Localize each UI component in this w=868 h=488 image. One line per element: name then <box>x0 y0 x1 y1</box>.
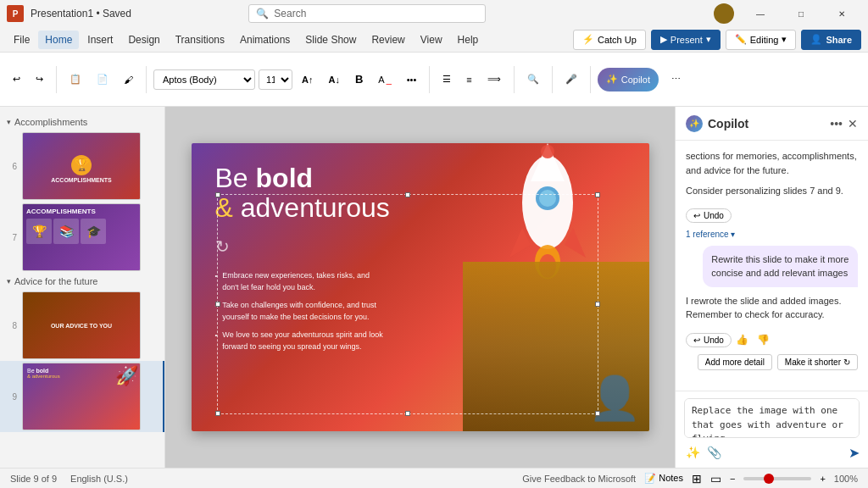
undo-group: ↩ ↪ <box>7 68 49 92</box>
slide-info: Slide 9 of 9 <box>10 474 57 484</box>
menu-file[interactable]: File <box>7 30 36 49</box>
copilot-ribbon-button[interactable]: ✨ Copilot <box>598 68 659 92</box>
slide-num-7: 7 <box>7 233 17 242</box>
menu-home[interactable]: Home <box>38 30 79 49</box>
menu-help[interactable]: Help <box>451 30 486 49</box>
numbered-list-button[interactable]: ≡ <box>460 68 477 92</box>
menu-animations[interactable]: Animations <box>233 30 297 49</box>
slide-thumb-8: OUR ADVICE TO YOU <box>22 291 141 359</box>
thumbsup-button[interactable]: 👍 <box>734 332 750 347</box>
menu-view[interactable]: View <box>414 30 449 49</box>
ribbon-overflow[interactable]: ⋯ <box>665 68 687 92</box>
copilot-header: ✨ Copilot ••• ✕ <box>676 107 868 141</box>
copilot-more-button[interactable]: ••• <box>830 117 843 130</box>
menu-transitions[interactable]: Transitions <box>169 30 231 49</box>
undo-button-1[interactable]: ↩ Undo <box>686 208 732 223</box>
slide-item-9[interactable]: 9 Be bold & adventurous 🚀 <box>0 361 164 432</box>
more-font-button[interactable]: ••• <box>401 68 423 92</box>
slide-item-7[interactable]: 7 ACCOMPLISHMENTS 🏆 📚 🎓 <box>0 202 164 273</box>
copilot-icon: ✨ <box>686 115 703 132</box>
find-group: 🔍 <box>521 68 545 92</box>
font-size[interactable]: 11 <box>259 69 292 90</box>
chevron-down-icon: ▾ <box>731 230 735 239</box>
section-chevron-advice-icon: ▾ <box>7 277 11 286</box>
magic-button[interactable]: ✨ <box>684 444 702 461</box>
clipboard-group: 📋 📄 🖌 <box>64 68 139 92</box>
user-message: Rewrite this slide to make it more conci… <box>703 246 858 287</box>
reference-link[interactable]: 1 reference ▾ <box>686 230 735 239</box>
close-button[interactable]: ✕ <box>822 0 861 27</box>
bullet-list-button[interactable]: ☰ <box>437 68 457 92</box>
menu-bar: File Home Insert Design Transitions Anim… <box>0 27 868 53</box>
copilot-msg-2: Consider personalizing slides 7 and 9. <box>686 184 858 198</box>
maximize-button[interactable]: □ <box>782 0 821 27</box>
attach-button[interactable]: 📎 <box>705 444 723 461</box>
catchup-icon: ⚡ <box>582 34 594 45</box>
increase-font-button[interactable]: A↑ <box>296 68 319 92</box>
copy-button[interactable]: 📄 <box>91 68 114 92</box>
canvas-area: 👤 Be bold & adventurous ↻ <box>165 107 675 468</box>
add-detail-button[interactable]: Add more detail <box>698 354 772 370</box>
slide-canvas[interactable]: 👤 Be bold & adventurous ↻ <box>192 143 649 431</box>
undo-button-2[interactable]: ↩ Undo <box>686 333 732 347</box>
grid-view-button[interactable]: ⊞ <box>692 472 702 485</box>
notes-button[interactable]: 📝 Notes <box>644 473 683 484</box>
menu-slideshow[interactable]: Slide Show <box>298 30 363 49</box>
copilot-close-button[interactable]: ✕ <box>848 117 858 130</box>
editing-chevron-icon: ▾ <box>782 34 787 45</box>
ribbon: ↩ ↪ 📋 📄 🖌 Aptos (Body) 11 A↑ A↓ B A_ •••… <box>0 53 868 107</box>
action-buttons: Add more detail Make it shorter ↻ <box>686 354 858 370</box>
format-painter[interactable]: 🖌 <box>118 68 139 92</box>
redo-button[interactable]: ↪ <box>30 68 49 92</box>
slides-panel: ▾ Accomplishments 6 🏆 ACCOMPLISHMENTS 7 … <box>0 107 165 468</box>
section-advice[interactable]: ▾ Advice for the future <box>0 273 164 290</box>
notes-icon: 📝 <box>644 473 656 483</box>
zoom-level: 100% <box>834 474 858 484</box>
slide-thumb-7: ACCOMPLISHMENTS 🏆 📚 🎓 <box>22 203 141 271</box>
section-accomplishments[interactable]: ▾ Accomplishments <box>0 114 164 130</box>
bold-button[interactable]: B <box>349 68 369 92</box>
menu-review[interactable]: Review <box>364 30 411 49</box>
copilot-input[interactable]: Replace the image with one that goes wit… <box>684 398 860 438</box>
menu-insert[interactable]: Insert <box>81 30 120 49</box>
slide-num-8: 8 <box>7 321 17 330</box>
thumbsdown-button[interactable]: 👎 <box>755 332 771 347</box>
slide-num-6: 6 <box>7 162 17 171</box>
paste-button[interactable]: 📋 <box>64 68 87 92</box>
find-button[interactable]: 🔍 <box>521 68 545 92</box>
make-shorter-button[interactable]: Make it shorter ↻ <box>777 354 858 370</box>
undo-icon-2: ↩ <box>693 336 700 345</box>
search-box[interactable]: 🔍 Search <box>248 4 486 23</box>
slide-thumb-9: Be bold & adventurous 🚀 <box>22 363 141 430</box>
menu-design[interactable]: Design <box>121 30 166 49</box>
font-color-button[interactable]: A_ <box>372 68 397 92</box>
slide-item-6[interactable]: 6 🏆 ACCOMPLISHMENTS <box>0 130 164 202</box>
status-right: Give Feedback to Microsoft 📝 Notes ⊞ ▭ −… <box>522 472 858 485</box>
slide-item-8[interactable]: 8 OUR ADVICE TO YOU <box>0 290 164 361</box>
zoom-slider[interactable] <box>743 477 811 480</box>
zoom-out-button[interactable]: − <box>730 474 735 484</box>
feedback-link[interactable]: Give Feedback to Microsoft <box>522 474 636 484</box>
minimize-button[interactable]: — <box>741 0 780 27</box>
present-icon: ▶ <box>660 34 667 45</box>
slide-view-button[interactable]: ▭ <box>710 472 721 485</box>
undo-button[interactable]: ↩ <box>7 68 26 92</box>
send-button[interactable]: ➤ <box>849 445 860 461</box>
present-button[interactable]: ▶ Present ▾ <box>651 30 721 50</box>
loading-indicator: ↻ <box>215 236 626 257</box>
search-placeholder: Search <box>274 8 306 19</box>
window-controls: — □ ✕ <box>741 0 861 27</box>
zoom-in-button[interactable]: + <box>820 474 825 484</box>
section-accomplishments-label: Accomplishments <box>14 117 87 127</box>
share-icon: 👤 <box>810 34 822 45</box>
font-selector[interactable]: Aptos (Body) <box>153 69 255 90</box>
voice-button[interactable]: 🎤 <box>559 68 583 92</box>
app-icon: P <box>7 5 24 22</box>
decrease-font-button[interactable]: A↓ <box>322 68 345 92</box>
share-button[interactable]: 👤 Share <box>801 30 861 50</box>
indent-button[interactable]: ⟹ <box>481 68 507 92</box>
slide-num-9: 9 <box>7 392 17 402</box>
catchup-button[interactable]: ⚡ Catch Up <box>573 30 646 50</box>
doc-title: Presentation1 • Saved <box>31 8 131 19</box>
editing-button[interactable]: ✏️ Editing ▾ <box>726 30 797 50</box>
